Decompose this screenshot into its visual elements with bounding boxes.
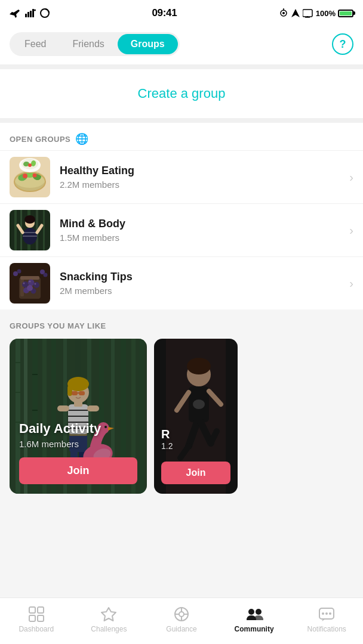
svg-point-45 [28,280,35,286]
svg-point-34 [24,215,35,224]
svg-point-4 [34,10,36,11]
group-item-healthy-eating[interactable]: Healthy Eating 2.2M members › [0,150,363,203]
snacking-thumb [10,263,50,304]
divider-1 [0,64,363,69]
open-groups-label: OPEN GROUPS [10,135,70,144]
screen-icon [303,8,313,18]
guidance-icon [173,606,190,623]
status-right: 100% [279,8,353,18]
top-nav: Feed Friends Groups ? [0,26,363,64]
healthy-eating-info: Healthy Eating 2.2M members [60,165,344,190]
challenges-label: Challenges [91,625,127,633]
globe-icon: 🌐 [75,132,88,145]
nav-item-community[interactable]: Community [218,598,291,644]
nav-item-dashboard[interactable]: Dashboard [0,598,73,644]
nav-arrow-icon [291,8,300,18]
svg-point-120 [179,612,184,617]
bottom-nav: Dashboard Challenges Guidance Community [0,597,363,644]
daily-activity-join-button[interactable]: Join [19,457,137,484]
mind-body-image [10,210,50,250]
may-like-scroll: Daily Activity 1.6M members Join [0,339,363,494]
open-groups-header: OPEN GROUPS 🌐 [0,123,363,150]
battery-percent: 100% [316,9,336,18]
guidance-label: Guidance [166,625,196,633]
svg-point-129 [325,612,328,615]
snacking-info: Snacking Tips 2M members [60,271,344,296]
svg-marker-118 [101,608,116,621]
nav-item-notifications[interactable]: Notifications [290,598,363,644]
create-group-section: Create a group [0,69,363,118]
runner-title: R [161,428,230,441]
svg-point-52 [35,283,36,285]
create-group-link[interactable]: Create a group [138,86,226,101]
svg-rect-28 [14,210,17,250]
daily-activity-title: Daily Activity [19,421,137,436]
notifications-label: Notifications [307,625,346,633]
battery-icon [338,10,353,17]
svg-point-51 [29,281,31,283]
runner-content: R 1.2 [154,420,238,458]
snacking-chevron: › [349,277,353,290]
group-card-runner[interactable]: R 1.2 Join [154,339,238,494]
healthy-eating-name: Healthy Eating [60,165,344,177]
help-button[interactable]: ? [332,33,353,55]
svg-point-126 [256,609,262,615]
svg-rect-117 [38,615,44,621]
svg-point-26 [28,163,32,167]
nav-item-guidance[interactable]: Guidance [145,598,218,644]
daily-activity-content: Daily Activity 1.6M members Join [10,411,147,494]
svg-rect-2 [30,11,32,17]
svg-rect-1 [27,12,29,17]
healthy-eating-chevron: › [349,171,353,184]
nav-item-challenges[interactable]: Challenges [73,598,146,644]
svg-point-130 [329,612,331,615]
svg-point-56 [44,273,48,277]
group-card-daily-activity[interactable]: Daily Activity 1.6M members Join [10,339,147,494]
svg-rect-116 [29,615,35,621]
mind-body-name: Mind & Body [60,218,344,230]
open-groups-section: OPEN GROUPS 🌐 [0,123,363,309]
svg-point-20 [33,174,37,178]
signal-icon [25,9,36,17]
challenges-icon [100,606,117,623]
mind-body-info: Mind & Body 1.5M members [60,218,344,243]
svg-point-7 [282,12,285,14]
mind-body-thumb [10,210,50,250]
community-icon [245,606,263,623]
may-like-header: GROUPS YOU MAY LIKE [0,321,363,339]
svg-rect-32 [43,210,45,250]
may-like-section: GROUPS YOU MAY LIKE [0,309,363,494]
svg-point-54 [17,270,21,274]
tab-friends[interactable]: Friends [59,34,117,54]
loading-icon [39,8,50,18]
dashboard-label: Dashboard [19,625,54,633]
tabs-group: Feed Friends Groups [10,32,180,56]
mind-body-members: 1.5M members [60,233,344,243]
dashboard-icon [28,606,45,623]
location-icon [279,8,288,18]
snacking-members: 2M members [60,286,344,296]
tab-feed[interactable]: Feed [11,34,59,54]
tab-groups[interactable]: Groups [118,34,178,54]
svg-point-50 [23,283,25,284]
healthy-eating-image [10,157,50,197]
svg-point-46 [33,282,39,288]
group-item-mind-body[interactable]: Mind & Body 1.5M members › [0,203,363,256]
svg-rect-0 [25,14,27,17]
runner-join-button[interactable]: Join [161,462,230,484]
svg-point-128 [322,612,324,615]
svg-rect-10 [303,10,312,17]
svg-rect-115 [38,607,44,613]
status-left [10,8,50,18]
group-item-snacking[interactable]: Snacking Tips 2M members › [0,256,363,309]
mind-body-chevron: › [349,224,353,237]
svg-point-44 [22,281,28,287]
svg-point-125 [248,609,254,615]
snacking-name: Snacking Tips [60,271,344,283]
section-divider-1 [0,118,363,123]
svg-rect-114 [29,607,35,613]
snacking-image [10,263,50,304]
notifications-icon [318,606,335,623]
healthy-eating-members: 2.2M members [60,179,344,190]
svg-point-19 [23,174,27,178]
